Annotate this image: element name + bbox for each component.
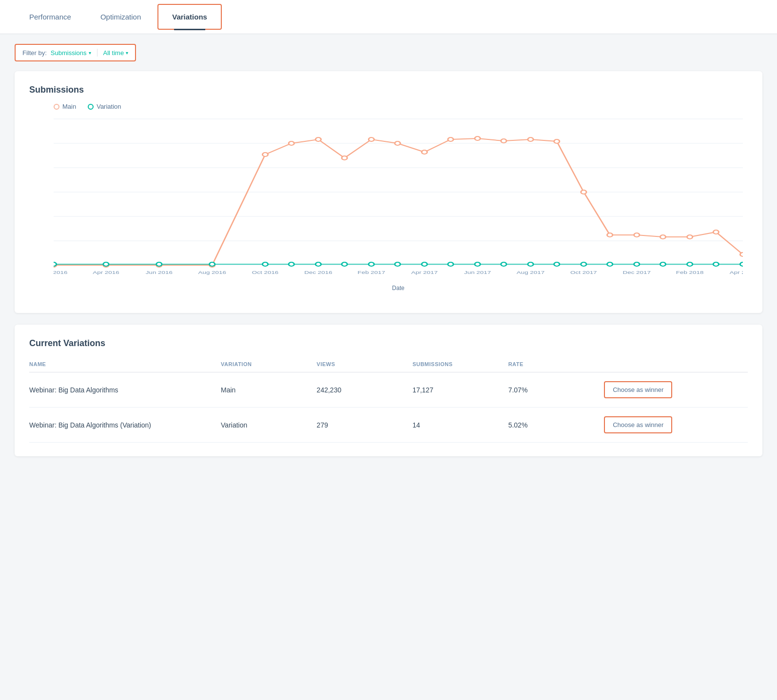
svg-text:Oct 2017: Oct 2017 <box>570 270 597 275</box>
legend-main: Main <box>54 103 76 110</box>
row2-name: Webinar: Big Data Algorithms (Variation) <box>29 421 221 429</box>
svg-point-48 <box>687 235 692 239</box>
col-submissions: SUBMISSIONS <box>412 361 508 367</box>
svg-point-47 <box>660 235 665 239</box>
filter-bar: Filter by: Submissions ▾ All time ▾ <box>0 34 777 71</box>
svg-point-56 <box>289 262 294 266</box>
row1-submissions: 17,127 <box>412 386 508 394</box>
svg-point-35 <box>342 156 347 160</box>
svg-point-52 <box>103 262 109 266</box>
choose-winner-button-1[interactable]: Choose as winner <box>604 381 672 398</box>
submissions-chart-card: Submissions Main Variation 0 250 5 <box>15 71 762 313</box>
svg-text:Dec 2017: Dec 2017 <box>623 270 651 275</box>
tab-optimization[interactable]: Optimization <box>86 2 155 32</box>
svg-point-63 <box>475 262 480 266</box>
col-name: NAME <box>29 361 221 367</box>
svg-point-33 <box>289 141 294 145</box>
time-filter-button[interactable]: All time ▾ <box>103 49 129 57</box>
row2-rate: 5.02% <box>508 421 604 429</box>
row2-action: Choose as winner <box>604 416 748 433</box>
col-rate: RATE <box>508 361 604 367</box>
row2-views: 279 <box>317 421 413 429</box>
legend-variation-dot <box>88 104 94 110</box>
svg-point-39 <box>448 137 453 141</box>
svg-point-66 <box>554 262 560 266</box>
row1-variation: Main <box>221 386 317 394</box>
col-variation: VARIATION <box>221 361 317 367</box>
legend-main-label: Main <box>62 103 76 110</box>
x-axis-label: Date <box>54 285 743 292</box>
svg-point-57 <box>315 262 321 266</box>
chart-svg: 0 250 500 750 1000 1250 1500 Feb 2016 Ap… <box>54 114 743 280</box>
svg-point-59 <box>369 262 374 266</box>
svg-text:Oct 2016: Oct 2016 <box>252 270 278 275</box>
table-header: NAME VARIATION VIEWS SUBMISSIONS RATE <box>29 356 748 372</box>
svg-point-58 <box>342 262 347 266</box>
row1-name: Webinar: Big Data Algorithms <box>29 386 221 394</box>
svg-point-67 <box>581 262 586 266</box>
legend-variation: Variation <box>88 103 121 110</box>
row1-action: Choose as winner <box>604 381 748 398</box>
chart-legend: Main Variation <box>54 103 748 110</box>
svg-point-54 <box>210 262 215 266</box>
table-row: Webinar: Big Data Algorithms Main 242,23… <box>29 372 748 408</box>
chart-title: Submissions <box>29 85 748 95</box>
metric-chevron-icon: ▾ <box>89 50 91 56</box>
svg-text:Dec 2016: Dec 2016 <box>304 270 332 275</box>
svg-point-68 <box>607 262 612 266</box>
svg-point-61 <box>422 262 427 266</box>
svg-point-32 <box>262 153 268 156</box>
svg-point-38 <box>422 150 427 154</box>
svg-text:Aug 2016: Aug 2016 <box>198 270 226 275</box>
col-views: VIEWS <box>317 361 413 367</box>
variations-table: NAME VARIATION VIEWS SUBMISSIONS RATE We… <box>29 356 748 443</box>
svg-text:Jun 2017: Jun 2017 <box>464 270 491 275</box>
current-variations-card: Current Variations NAME VARIATION VIEWS … <box>15 325 762 456</box>
svg-text:Apr 2016: Apr 2016 <box>93 270 119 275</box>
col-action <box>604 361 748 367</box>
time-chevron-icon: ▾ <box>126 50 128 56</box>
svg-point-37 <box>395 141 400 145</box>
svg-point-51 <box>54 262 57 266</box>
svg-point-71 <box>687 262 692 266</box>
svg-text:Aug 2017: Aug 2017 <box>517 270 544 275</box>
svg-point-72 <box>713 262 719 266</box>
svg-text:Apr 2018: Apr 2018 <box>730 270 743 275</box>
svg-point-44 <box>581 190 586 194</box>
svg-point-65 <box>528 262 533 266</box>
svg-point-70 <box>660 262 665 266</box>
svg-point-41 <box>501 139 506 143</box>
tab-performance[interactable]: Performance <box>15 2 86 32</box>
svg-point-43 <box>554 139 560 143</box>
metric-filter-label: Submissions <box>51 49 87 57</box>
filter-box: Filter by: Submissions ▾ All time ▾ <box>15 44 136 61</box>
svg-point-69 <box>634 262 640 266</box>
svg-point-62 <box>448 262 453 266</box>
svg-text:Jun 2016: Jun 2016 <box>146 270 173 275</box>
svg-text:Feb 2017: Feb 2017 <box>357 270 385 275</box>
svg-point-45 <box>607 233 612 237</box>
chart-container: 0 250 500 750 1000 1250 1500 Feb 2016 Ap… <box>54 114 743 299</box>
svg-point-55 <box>262 262 268 266</box>
tab-variations[interactable]: Variations <box>157 4 222 30</box>
filter-separator <box>97 49 97 57</box>
svg-point-40 <box>475 136 480 140</box>
svg-text:Feb 2016: Feb 2016 <box>54 270 67 275</box>
svg-point-46 <box>634 233 640 237</box>
svg-point-53 <box>156 262 162 266</box>
row2-submissions: 14 <box>412 421 508 429</box>
nav-tabs: Performance Optimization Variations <box>0 0 777 34</box>
svg-point-34 <box>315 137 321 141</box>
time-filter-label: All time <box>103 49 124 57</box>
row1-rate: 7.07% <box>508 386 604 394</box>
row1-views: 242,230 <box>317 386 413 394</box>
choose-winner-button-2[interactable]: Choose as winner <box>604 416 672 433</box>
svg-text:Feb 2018: Feb 2018 <box>676 270 704 275</box>
svg-point-73 <box>740 262 743 266</box>
metric-filter-button[interactable]: Submissions ▾ <box>51 49 91 57</box>
svg-point-42 <box>528 137 533 141</box>
svg-point-49 <box>713 230 719 234</box>
svg-point-50 <box>740 253 743 256</box>
svg-text:Apr 2017: Apr 2017 <box>411 270 437 275</box>
row2-variation: Variation <box>221 421 317 429</box>
